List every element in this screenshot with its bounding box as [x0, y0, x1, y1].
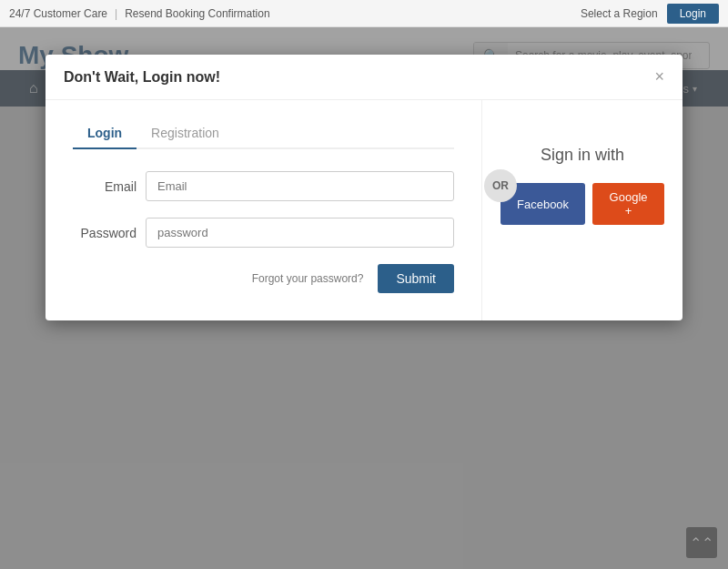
- modal-close-button[interactable]: ×: [654, 67, 664, 86]
- modal-left-panel: Login Registration Email Password Forgot…: [46, 100, 482, 320]
- top-bar: 24/7 Customer Care | Resend Booking Conf…: [0, 0, 728, 27]
- login-modal: Don't Wait, Login now! × Login Registrat…: [46, 55, 682, 320]
- password-row: Password: [73, 218, 454, 248]
- customer-care-link[interactable]: 24/7 Customer Care: [9, 7, 107, 20]
- password-label: Password: [73, 226, 136, 240]
- google-login-button[interactable]: Google +: [592, 183, 664, 225]
- social-buttons: Facebook Google +: [500, 183, 664, 225]
- sign-in-with-label: Sign in with: [500, 146, 664, 165]
- top-bar-right: Select a Region Login: [581, 4, 719, 24]
- main-wrapper: My Show 🔍 ⌂ Home Movies ▾ Events ▾ Plays…: [0, 27, 728, 569]
- form-footer: Forgot your password? Submit: [73, 264, 454, 293]
- modal-body: Login Registration Email Password Forgot…: [46, 100, 682, 320]
- modal-title: Don't Wait, Login now!: [64, 69, 220, 86]
- modal-overlay: Don't Wait, Login now! × Login Registrat…: [0, 27, 728, 569]
- tab-login[interactable]: Login: [73, 118, 136, 149]
- resend-link[interactable]: Resend Booking Confirmation: [125, 7, 269, 20]
- email-label: Email: [73, 179, 136, 194]
- modal-right-panel: OR Sign in with Facebook Google +: [482, 100, 682, 320]
- region-selector[interactable]: Select a Region: [581, 7, 658, 20]
- forgot-password-link[interactable]: Forgot your password?: [252, 272, 364, 285]
- or-divider: OR: [484, 169, 517, 202]
- tab-registration[interactable]: Registration: [136, 118, 234, 149]
- modal-header: Don't Wait, Login now! ×: [46, 55, 682, 100]
- auth-tabs: Login Registration: [73, 118, 454, 149]
- modal-right-inner: OR Sign in with Facebook Google +: [500, 146, 664, 225]
- divider: |: [115, 7, 117, 20]
- email-input[interactable]: [146, 171, 454, 201]
- top-bar-left: 24/7 Customer Care | Resend Booking Conf…: [9, 7, 270, 20]
- top-login-button[interactable]: Login: [667, 4, 719, 24]
- email-row: Email: [73, 171, 454, 201]
- password-input[interactable]: [146, 218, 454, 248]
- submit-button[interactable]: Submit: [378, 264, 454, 293]
